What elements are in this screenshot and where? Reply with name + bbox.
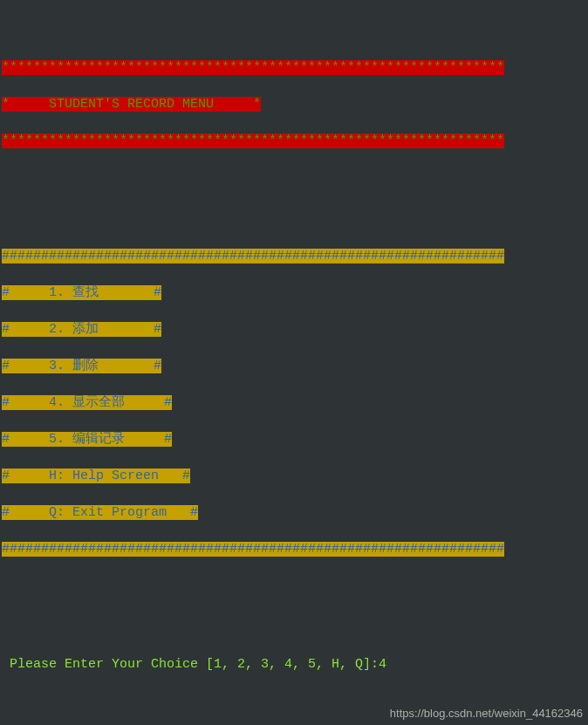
- title-border: ****************************************…: [2, 60, 504, 75]
- menu-item-1[interactable]: # 1. 查找 #: [2, 285, 161, 300]
- menu-item-quit[interactable]: # Q: Exit Program #: [2, 505, 198, 520]
- title-line: * STUDENT'S RECORD MENU *: [2, 97, 261, 112]
- title-border: ****************************************…: [2, 133, 504, 148]
- menu-item-2[interactable]: # 2. 添加 #: [2, 322, 161, 337]
- prompt-input[interactable]: 4: [379, 657, 386, 672]
- menu-item-4[interactable]: # 4. 显示全部 #: [2, 395, 172, 410]
- menu-border: ########################################…: [2, 249, 504, 263]
- app-title: STUDENT'S RECORD MENU: [49, 97, 214, 112]
- menu-item-5[interactable]: # 5. 编辑记录 #: [2, 432, 172, 447]
- menu-item-help[interactable]: # H: Help Screen #: [2, 469, 190, 483]
- menu-item-3[interactable]: # 3. 删除 #: [2, 359, 161, 373]
- menu-border: ########################################…: [2, 542, 504, 557]
- terminal-window: ****************************************…: [0, 0, 588, 725]
- watermark: https://blog.csdn.net/weixin_44162346: [390, 706, 583, 722]
- prompt-label: Please Enter Your Choice [1, 2, 3, 4, 5,…: [2, 657, 379, 672]
- choice-prompt[interactable]: Please Enter Your Choice [1, 2, 3, 4, 5,…: [2, 655, 586, 674]
